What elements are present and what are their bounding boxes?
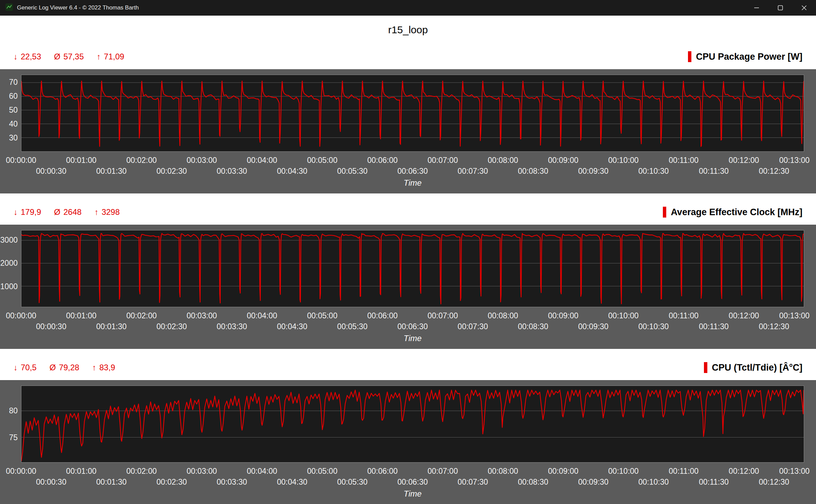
x-tick-label: 00:04:30 [277,478,307,487]
x-axis-title: Time [21,334,804,343]
series-legend[interactable]: Average Effective Clock [MHz] [663,207,802,218]
y-tick-label: 1000 [0,282,18,291]
legend-color-marker [688,51,691,62]
x-tick-label: 00:04:30 [277,167,307,176]
x-tick-label: 00:04:00 [247,467,277,476]
x-tick-label: 00:02:30 [157,322,187,331]
x-tick-label: 00:07:00 [428,467,458,476]
x-tick-label: 00:05:00 [307,311,338,320]
stat-min-value: 179,9 [21,207,41,217]
titlebar-left: Generic Log Viewer 6.4 - © 2022 Thomas B… [0,3,139,12]
minimize-icon [754,5,759,11]
x-tick-label: 00:12:00 [729,156,759,165]
x-tick-label: 00:02:30 [157,167,187,176]
legend-color-marker [704,362,707,373]
y-tick-label: 30 [0,133,18,143]
x-tick-label: 00:08:30 [518,322,548,331]
x-tick-label: 00:11:00 [669,311,699,320]
x-tick-label: 00:10:00 [608,467,639,476]
x-tick-label: 00:10:30 [638,478,669,487]
x-tick-label: 00:01:30 [96,322,127,331]
x-tick-label: 00:08:00 [488,156,518,165]
x-tick-label: 00:05:00 [307,467,338,476]
x-tick-label: 00:10:00 [608,156,639,165]
stat-min: ↓70,5 [14,363,37,372]
stat-avg-value: 2648 [64,207,81,217]
minimize-button[interactable] [745,0,768,16]
legend-color-marker [663,207,666,218]
x-tick-label: 00:10:30 [638,322,669,331]
maximize-button[interactable] [768,0,792,16]
close-icon [801,5,807,11]
x-tick-label: 00:04:30 [277,322,307,331]
x-tick-label: 00:06:00 [367,467,398,476]
x-tick-label: 00:09:00 [548,467,579,476]
stat-min: ↓22,53 [14,52,41,61]
max-arrow-icon: ↑ [94,207,98,217]
app-window: Generic Log Viewer 6.4 - © 2022 Thomas B… [0,0,816,504]
avg-icon: Ø [54,52,60,61]
y-tick-label: 80 [0,406,18,415]
x-tick-label: 00:02:00 [126,467,157,476]
x-tick-label: 00:03:00 [186,467,217,476]
x-tick-label: 00:00:30 [36,478,67,487]
x-tick-label: 00:11:00 [669,467,699,476]
x-tick-label: 00:03:30 [217,167,247,176]
chart-panel-cpu-temperature: ↓70,5 Ø79,28 ↑83,9 CPU (Tctl/Tdie) [Â°C]… [0,355,816,504]
close-button[interactable] [792,0,816,16]
x-tick-label: 00:04:00 [247,156,277,165]
x-tick-label: 00:01:30 [96,167,127,176]
x-tick-label: 00:08:00 [488,467,518,476]
x-tick-label: 00:08:00 [488,311,518,320]
x-tick-label: 00:01:00 [66,311,97,320]
x-tick-label: 00:06:00 [367,311,398,320]
series-legend[interactable]: CPU Package Power [W] [688,51,802,62]
y-tick-label: 75 [0,433,18,442]
x-tick-label: 00:08:30 [518,478,548,487]
x-tick-label: 00:09:30 [578,322,609,331]
x-tick-label: 00:00:00 [6,156,36,165]
series-line [21,234,804,304]
series-line [21,390,804,461]
app-icon [5,3,13,12]
stat-max: ↑3298 [94,207,120,217]
chart-panel-average-effective-clock: ↓179,9 Ø2648 ↑3298 Average Effective Clo… [0,200,816,349]
x-tick-label: 00:08:30 [518,167,548,176]
series-line [21,81,804,147]
series-stats: ↓22,53 Ø57,35 ↑71,09 [14,52,124,61]
x-tick-label: 00:03:30 [217,478,247,487]
max-arrow-icon: ↑ [97,52,101,61]
stat-min-value: 22,53 [21,52,41,61]
plot-area[interactable] [21,230,804,307]
chart-region: 100020003000 00:00:0000:01:0000:02:0000:… [0,225,816,349]
min-arrow-icon: ↓ [14,363,18,372]
stats-row: ↓70,5 Ø79,28 ↑83,9 CPU (Tctl/Tdie) [Â°C] [0,355,816,380]
plot-area[interactable] [21,386,804,463]
x-tick-label: 00:07:30 [458,478,488,487]
x-tick-label: 00:13:00 [779,311,810,320]
x-tick-label: 00:05:30 [337,322,368,331]
stat-avg: Ø2648 [54,207,81,217]
series-stats: ↓179,9 Ø2648 ↑3298 [14,207,120,217]
stat-avg-value: 57,35 [64,52,84,61]
x-tick-label: 00:06:30 [397,478,428,487]
x-tick-label: 00:10:00 [608,311,639,320]
max-arrow-icon: ↑ [92,363,96,372]
x-tick-label: 00:12:00 [729,311,759,320]
stat-max-value: 3298 [102,207,120,217]
x-tick-label: 00:09:30 [578,167,609,176]
y-tick-label: 2000 [0,258,18,268]
stat-avg: Ø79,28 [50,363,79,372]
min-arrow-icon: ↓ [14,207,18,217]
plot-area[interactable] [21,75,804,152]
x-tick-label: 00:11:30 [699,167,729,176]
titlebar[interactable]: Generic Log Viewer 6.4 - © 2022 Thomas B… [0,0,816,16]
x-tick-label: 00:01:00 [66,467,97,476]
x-tick-label: 00:02:30 [157,478,187,487]
x-tick-label: 00:05:00 [307,156,338,165]
series-legend[interactable]: CPU (Tctl/Tdie) [Â°C] [704,362,802,373]
x-tick-label: 00:03:00 [186,156,217,165]
x-tick-label: 00:12:30 [759,478,790,487]
x-tick-label: 00:02:00 [126,156,157,165]
x-tick-label: 00:09:00 [548,311,579,320]
